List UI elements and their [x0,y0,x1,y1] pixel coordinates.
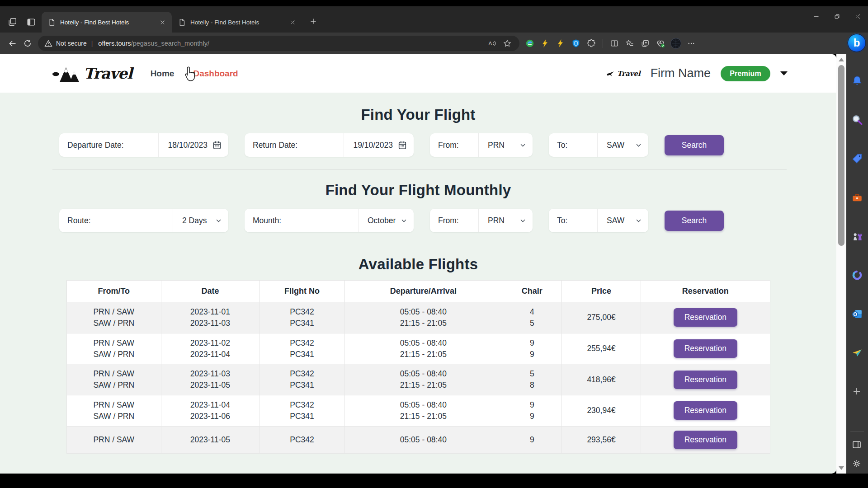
split-screen-icon[interactable] [607,36,622,51]
flight-row: PRN / SAWSAW / PRN2023-11-022023-11-04PC… [67,333,770,364]
col-from-to: From/To [67,281,161,302]
tab-close-icon[interactable] [288,17,297,27]
page-favicon-icon [178,19,186,26]
from-select[interactable]: From: PRN [430,209,533,232]
back-icon[interactable] [5,36,20,51]
cell-flight-no: PC342PC341 [259,364,344,395]
minimize-icon[interactable] [806,6,826,26]
sidebar-toggle-icon[interactable] [851,439,863,451]
security-label: Not secure [56,40,87,47]
extensions-puzzle-icon[interactable] [584,36,599,51]
not-secure-warning-icon [44,39,52,47]
cell-dates: 2023-11-022023-11-04 [161,333,259,364]
notifications-bell-icon[interactable] [851,75,863,87]
window-controls [806,6,868,26]
return-date-field[interactable]: Return Date: 19/10/2023 [245,133,414,157]
address-bar[interactable]: Not secure | offers.tours/pegasus_search… [38,36,519,51]
tab-active[interactable]: Hotelly - Find Best Hotels [42,12,172,33]
reservation-button[interactable]: Reservation [674,339,737,358]
cell-price: 293,56€ [562,426,641,453]
refresh-icon[interactable] [20,36,35,51]
month-select[interactable]: Mounth: October [245,209,414,232]
account-area[interactable]: Travel Firm Name Premium [606,66,788,81]
lightning-extension-icon-2[interactable] [553,36,568,51]
reservation-button[interactable]: Reservation [674,308,737,327]
cell-flight-no: PC342PC341 [259,395,344,427]
browser-toolbar: Not secure | offers.tours/pegasus_search… [0,33,868,54]
cell-dates: 2023-11-042023-11-06 [161,395,259,427]
cell-dates: 2023-11-05 [161,426,259,453]
sidebar-settings-gear-icon[interactable] [851,458,863,470]
maximize-icon[interactable] [826,6,847,26]
cell-reservation: Reservation [641,426,770,453]
sidebar-add-icon[interactable] [851,386,863,398]
web-page: Travel Home Dashboard Travel Firm Name P… [0,54,836,474]
cell-price: 275,00€ [562,302,641,333]
reservation-button[interactable]: Reservation [674,371,737,389]
scroll-down-icon[interactable] [838,465,845,472]
favorites-bar-icon[interactable] [622,36,637,51]
lightning-extension-icon-1[interactable] [538,36,553,51]
scrollbar-thumb[interactable] [838,65,844,246]
nav-dashboard[interactable]: Dashboard [193,69,238,79]
favorite-star-icon[interactable] [500,36,515,51]
cell-from-to: PRN / SAWSAW / PRN [67,333,161,364]
search-button[interactable]: Search [665,211,724,231]
search-button[interactable]: Search [665,135,724,155]
collections-icon[interactable] [637,36,653,51]
reservation-button[interactable]: Reservation [674,401,737,420]
workspaces-icon[interactable] [24,15,38,29]
chevron-down-icon [401,217,407,224]
new-tab-button[interactable] [307,14,320,28]
section-divider [52,169,787,170]
reservation-button[interactable]: Reservation [674,431,737,449]
available-flights-title: Available Flights [0,256,836,273]
toolbox-icon[interactable] [851,192,863,203]
sidebar-divider [850,432,864,432]
search-icon[interactable] [851,114,863,126]
cell-dates: 2023-11-012023-11-03 [161,302,259,333]
window-titlebar [0,0,868,6]
read-aloud-icon[interactable]: A [484,36,500,51]
tab-title: Hotelly - Find Best Hotels [60,19,153,26]
calendar-icon [397,140,407,150]
flight-row: PRN / SAW2023-11-05PC34205:05 - 08:40929… [67,426,770,453]
brand-text: Travel [84,65,132,82]
nav-home[interactable]: Home [151,69,175,79]
shield-extension-icon[interactable] [568,36,584,51]
cell-chairs: 58 [502,364,562,395]
browser-essentials-icon[interactable] [653,36,668,51]
col-flight-no: Flight No [259,281,344,302]
games-icon[interactable] [851,230,863,242]
download-manager-extension-icon[interactable] [522,36,538,51]
flight-search-title: Find Your Flight [0,106,836,123]
shopping-tag-icon[interactable] [851,153,863,164]
departure-date-field[interactable]: Departure Date: 18/10/2023 [59,133,228,157]
cell-reservation: Reservation [641,302,770,333]
bing-copilot-icon[interactable]: b [847,33,866,52]
route-select[interactable]: Route: 2 Days [59,209,228,232]
tab-actions-icon[interactable] [5,15,19,29]
outlook-icon[interactable] [851,308,863,320]
flight-row: PRN / SAWSAW / PRN2023-11-012023-11-03PC… [67,302,770,333]
tab-close-icon[interactable] [157,17,167,27]
col-price: Price [562,281,641,302]
page-scrollbar[interactable] [836,54,846,474]
tab-title: Hotelly - Find Best Hotels [190,19,283,26]
profile-avatar[interactable] [668,36,684,51]
from-select[interactable]: From: PRN [430,133,533,157]
extensions-group [522,36,599,51]
tab-inactive[interactable]: Hotelly - Find Best Hotels [172,12,302,33]
microsoft-365-icon[interactable] [851,269,863,281]
to-select[interactable]: To: SAW [549,133,648,157]
cell-reservation: Reservation [641,364,770,395]
account-chevron-down-icon[interactable] [780,71,788,75]
close-window-icon[interactable] [847,6,868,26]
settings-more-icon[interactable] [684,36,699,51]
cell-chairs: 45 [502,302,562,333]
brand-logo[interactable]: Travel [52,64,132,83]
to-select[interactable]: To: SAW [549,209,648,232]
scroll-up-icon[interactable] [838,56,845,63]
url-text: offers.tours/pegasus_search_monthly/ [98,40,209,47]
drop-paper-plane-icon[interactable] [851,347,863,359]
